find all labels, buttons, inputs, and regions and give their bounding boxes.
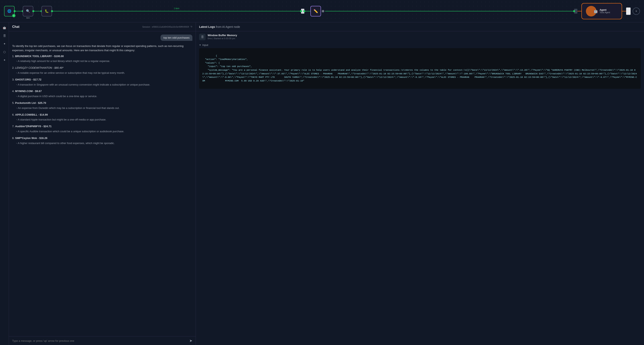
ai-intro-text: To identify the top ten odd purchases, w… bbox=[12, 44, 192, 52]
purchase-title-5: 5. Pocketsmith Ltd - $25.70 bbox=[12, 101, 192, 105]
logs-source: from AI Agent node bbox=[216, 25, 240, 28]
left-sidebar: 🤖 🗄 ✦ ⬡ ✦ bbox=[0, 22, 9, 345]
list-item: 3. GHOST.ORG - $17.72 A transaction in S… bbox=[12, 78, 192, 87]
purchase-title-8: 8. SMP*Ceylon Wok - $16.26 bbox=[12, 136, 192, 140]
openai-icon: ✦ bbox=[4, 42, 6, 45]
log-memory-section: 🗄 Window Buffer Memory 0ms | Started at … bbox=[199, 34, 641, 40]
purchases-list: 1. BRUNSWICK TOOL LIBRARY - $100.00 A re… bbox=[12, 54, 192, 146]
connector-2 bbox=[33, 11, 42, 12]
session-info: Session ef360111a5d94345a10c5e49ff44993f… bbox=[142, 26, 192, 28]
agent-node[interactable]: 🤖 Agent Tools Agent bbox=[582, 3, 622, 19]
purchase-name-6: APPLE.COM/BILL - $14.99 bbox=[15, 113, 48, 116]
search-icon: 🔍 bbox=[26, 9, 30, 13]
purchase-desc-8: A higher restaurant bill compared to oth… bbox=[16, 141, 192, 146]
chat-title: Chat bbox=[12, 25, 20, 29]
memory-name: Window Buffer Memory bbox=[208, 34, 237, 37]
list-item: 8. SMP*Ceylon Wok - $16.26 A higher rest… bbox=[12, 136, 192, 146]
purchase-desc-4: A digital purchase in USD which could be… bbox=[16, 94, 192, 98]
purchase-desc-1: A relatively high amount for a tool libr… bbox=[16, 59, 192, 64]
logs-header: Latest Logs from AI Agent node bbox=[196, 22, 644, 31]
purchase-name-5: Pocketsmith Ltd - $25.70 bbox=[15, 102, 46, 104]
purchase-desc-2: A notable expense for an online service … bbox=[16, 71, 192, 75]
purchase-title-2: 2. LEMSQZY CODEWITHANTON - $80.49* bbox=[12, 66, 192, 70]
list-item: 5. Pocketsmith Ltd - $25.70 An expense f… bbox=[12, 101, 192, 110]
chat-input[interactable] bbox=[12, 339, 188, 342]
plus-icon: + bbox=[635, 9, 637, 13]
connector-dot-right-5 bbox=[573, 10, 575, 12]
node-check-globe: ✓ bbox=[12, 14, 16, 17]
session-label: Session bbox=[142, 26, 150, 28]
purchase-name-8: SMP*Ceylon Wok - $16.26 bbox=[15, 136, 47, 140]
connector-dot-left-3 bbox=[51, 10, 53, 12]
connector-6-orange bbox=[577, 11, 582, 12]
logs-title: Latest Logs bbox=[199, 25, 215, 28]
purchase-title-4: 4. MYMIND.COM - $9.67 bbox=[12, 89, 192, 94]
ai-message: To identify the top ten odd purchases, w… bbox=[12, 44, 192, 145]
send-button[interactable]: ➤ bbox=[189, 338, 192, 343]
user-bubble: top ten odd purchases bbox=[160, 34, 192, 41]
main-area: 🤖 🗄 ✦ ⬡ ✦ Chat Session ef360111a5d94345a… bbox=[0, 22, 644, 345]
chat-header: Chat Session ef360111a5d94345a10c5e49ff4… bbox=[9, 22, 196, 31]
input-label: Input bbox=[202, 44, 208, 46]
canvas-nodes: 🌐 ✓ 🔍 item 🐛 1 item bbox=[0, 0, 644, 22]
chevron-down-icon: ▼ bbox=[199, 44, 201, 46]
memory-timing: 0ms | Started at 5:03:09 pm bbox=[208, 37, 237, 40]
item-label: item bbox=[26, 17, 30, 19]
list-item: 7. Audible*ZR4PM9FY0 - $24.71 A specific… bbox=[12, 124, 192, 134]
purchase-name-1: BRUNSWICK TOOL LIBRARY - $100.00 bbox=[15, 55, 64, 58]
bug-icon: 🐛 bbox=[45, 9, 49, 13]
pencil-icon: ✏️ bbox=[314, 9, 318, 14]
connector-dot-left-4 bbox=[303, 10, 305, 12]
refresh-icon[interactable]: ↻ bbox=[190, 26, 192, 28]
purchase-title-3: 3. GHOST.ORG - $17.72 bbox=[12, 78, 192, 82]
list-item: 4. MYMIND.COM - $9.67 A digital purchase… bbox=[12, 89, 192, 98]
input-toggle[interactable]: ▼ Input bbox=[199, 44, 641, 46]
stack-icon: 🗄 bbox=[3, 34, 6, 38]
connector-7 bbox=[622, 11, 626, 12]
agent-texts: Agent Tools Agent bbox=[600, 8, 610, 14]
chat-input-area: ➤ bbox=[9, 336, 196, 345]
circle-connector bbox=[322, 10, 324, 12]
connector-label: 1 item bbox=[174, 7, 179, 10]
ai-icon: ✦ bbox=[4, 59, 6, 62]
network-icon: ⬡ bbox=[3, 50, 6, 54]
connector-dot-left-2 bbox=[32, 10, 34, 12]
purchase-desc-3: A transaction in Singapore with an unusu… bbox=[16, 83, 192, 87]
logs-content: 🗄 Window Buffer Memory 0ms | Started at … bbox=[196, 31, 644, 345]
globe-node[interactable]: 🌐 ✓ bbox=[4, 6, 15, 16]
purchase-title-6: 6. APPLE.COM/BILL - $14.99 bbox=[12, 113, 192, 117]
list-item: 1. BRUNSWICK TOOL LIBRARY - $100.00 A re… bbox=[12, 54, 192, 64]
connector-1 bbox=[15, 11, 23, 12]
agent-label-main: Agent bbox=[600, 8, 610, 12]
agent-label-sub: Tools Agent bbox=[600, 12, 610, 14]
input-section: ▼ Input { "action": "loadMemoryVariables… bbox=[199, 44, 641, 89]
sidebar-icon-network[interactable]: ⬡ bbox=[1, 49, 8, 55]
output-box bbox=[626, 8, 630, 15]
user-message: top ten odd purchases bbox=[12, 34, 192, 41]
log-memory-icon: 🗄 bbox=[199, 34, 206, 40]
log-memory-info: Window Buffer Memory 0ms | Started at 5:… bbox=[208, 34, 237, 40]
purchase-title-7: 7. Audible*ZR4PM9FY0 - $24.71 bbox=[12, 124, 192, 128]
sidebar-icon-stack[interactable]: 🗄 bbox=[1, 32, 8, 39]
sidebar-icon-robot[interactable]: 🤖 bbox=[1, 24, 8, 31]
logs-panel: Latest Logs from AI Agent node 🗄 Window … bbox=[196, 22, 644, 345]
database-icon: 🗄 bbox=[201, 35, 204, 38]
purchase-desc-7: A specific Audible transaction which cou… bbox=[16, 130, 192, 134]
canvas-area: 🌐 ✓ 🔍 item 🐛 1 item bbox=[0, 0, 644, 22]
session-id: ef360111a5d94345a10c5e49ff44993f bbox=[152, 26, 189, 28]
sidebar-icon-openai[interactable]: ✦ bbox=[1, 41, 8, 47]
pencil-node[interactable]: ✏️ bbox=[310, 6, 321, 16]
agent-content: 🤖 Agent Tools Agent bbox=[594, 8, 610, 14]
connector-dot-right-3 bbox=[300, 10, 302, 12]
robot-sidebar-icon: 🤖 bbox=[3, 26, 6, 29]
connector-4 bbox=[304, 11, 310, 12]
add-node-button[interactable]: + bbox=[632, 8, 640, 15]
code-block: { "action": "loadMemoryVariables", "valu… bbox=[199, 48, 641, 89]
list-item: 2. LEMSQZY CODEWITHANTON - $80.49* A not… bbox=[12, 66, 192, 75]
chat-panel: Chat Session ef360111a5d94345a10c5e49ff4… bbox=[9, 22, 196, 345]
bug-node[interactable]: 🐛 bbox=[42, 6, 52, 16]
sidebar-icon-ai[interactable]: ✦ bbox=[1, 57, 8, 64]
list-item: 6. APPLE.COM/BILL - $14.99 A standard Ap… bbox=[12, 113, 192, 122]
code-content: { "action": "loadMemoryVariables", "valu… bbox=[202, 55, 637, 82]
search-node[interactable]: 🔍 item bbox=[23, 6, 33, 16]
